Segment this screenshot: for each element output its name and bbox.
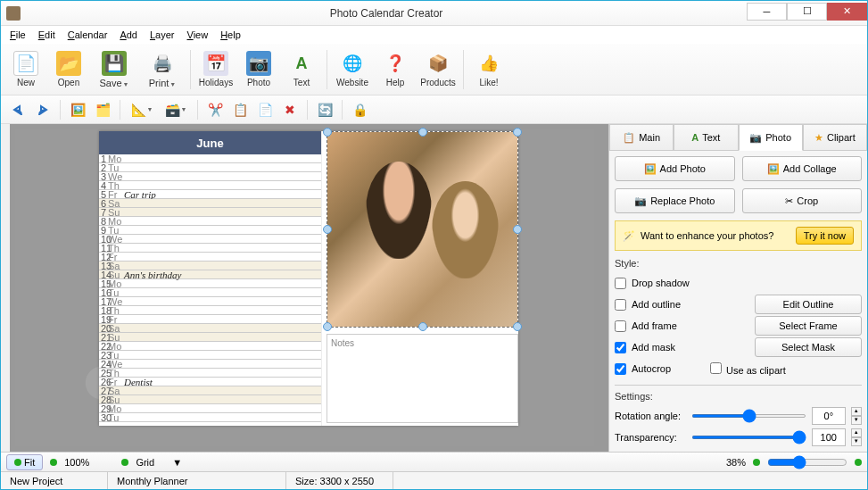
like-button[interactable]: 👍Like! [469, 46, 508, 93]
navigator-strip[interactable] [1, 124, 10, 452]
redo-icon [36, 103, 50, 117]
calendar-row: 27Sa [99, 386, 321, 395]
calendar-row: 2Tu [99, 163, 321, 172]
refresh-button[interactable]: 🔄 [313, 98, 336, 121]
rotation-slider[interactable] [691, 414, 806, 418]
add-layer-button[interactable]: 🗂️ [91, 98, 114, 121]
holidays-button[interactable]: 📅Holidays [196, 46, 236, 93]
try-it-button[interactable]: Try it now [796, 227, 854, 245]
calendar-row: 8Mo [99, 217, 321, 226]
menu-calendar[interactable]: Calendar [62, 28, 113, 42]
calendar-row: 14SuAnn's birthday [99, 270, 321, 279]
use-as-clipart-checkbox[interactable] [710, 362, 722, 374]
new-button[interactable]: 📄New [6, 46, 45, 93]
style-label: Style: [615, 258, 862, 269]
resize-handle-bl[interactable] [323, 322, 332, 331]
select-frame-button[interactable]: Select Frame [755, 316, 862, 336]
zoom-out-button[interactable] [753, 459, 760, 466]
website-button[interactable]: 🌐Website [333, 46, 372, 93]
resize-handle-tr[interactable] [513, 128, 522, 137]
minimize-button[interactable]: ─ [747, 3, 787, 21]
menubar: File Edit Calendar Add Layer View Help [1, 26, 867, 44]
add-collage-button[interactable]: 🖼️Add Collage [742, 156, 863, 181]
edit-outline-button[interactable]: Edit Outline [755, 295, 862, 314]
menu-view[interactable]: View [182, 28, 214, 42]
menu-file[interactable]: File [4, 28, 31, 42]
calendar-row: 26FrDentist [99, 378, 321, 386]
align-dropdown[interactable]: 📐▼ [126, 98, 158, 121]
resize-handle-br[interactable] [513, 322, 522, 331]
menu-add[interactable]: Add [114, 28, 143, 42]
tab-photo[interactable]: 📷Photo [739, 124, 803, 151]
close-button[interactable]: ✕ [827, 3, 867, 21]
drop-shadow-checkbox[interactable] [615, 278, 626, 289]
zoom-in-button[interactable] [855, 459, 862, 466]
calendar-row: 7Su [99, 208, 321, 217]
calendar-row: 6Sa [99, 199, 321, 208]
grid-dropdown[interactable]: ▼ [172, 457, 182, 468]
save-button[interactable]: 💾Save▼ [92, 46, 136, 93]
print-button[interactable]: 🖨️Print▼ [140, 46, 185, 93]
resize-handle-bm[interactable] [418, 322, 427, 331]
fit-icon [14, 459, 21, 466]
photo-button[interactable]: 📷Photo [239, 46, 278, 93]
transparency-value[interactable]: 100 [812, 428, 846, 446]
tab-main[interactable]: 📋Main [609, 124, 674, 151]
calendar-row: 10We [99, 235, 321, 244]
cut-button[interactable]: ✂️ [203, 98, 227, 121]
maximize-button[interactable]: ☐ [787, 3, 827, 21]
undo-button[interactable] [6, 98, 29, 121]
crop-button[interactable]: ✂Crop [742, 188, 863, 213]
zoom-slider[interactable] [767, 455, 847, 469]
status-layout: Monthly Planner [108, 472, 286, 489]
add-frame-checkbox[interactable] [615, 320, 626, 332]
resize-handle-tm[interactable] [418, 128, 427, 137]
resize-handle-mr[interactable] [513, 225, 522, 234]
menu-layer[interactable]: Layer [145, 28, 180, 42]
help-button[interactable]: ❓Help [376, 46, 415, 93]
paste-button[interactable]: 📄 [253, 98, 277, 121]
copy-button[interactable]: 📋 [228, 98, 252, 121]
open-button[interactable]: 📂Open [49, 46, 88, 93]
fit-button[interactable]: Fit [6, 454, 43, 470]
transparency-spin-down[interactable]: ▼ [851, 437, 862, 446]
selected-photo[interactable] [327, 131, 518, 328]
replace-photo-button[interactable]: 📷Replace Photo [615, 188, 735, 213]
calendar-row: 29Mo [99, 404, 321, 413]
canvas[interactable]: June 1Mo2Tu3We4Th5FrCar trip6Sa7Su8Mo9Tu… [1, 124, 608, 452]
zoom-100-button[interactable]: 100% [64, 457, 89, 468]
calendar-row: 19Fr [99, 315, 321, 324]
rotation-value[interactable]: 0° [812, 407, 846, 425]
tab-clipart[interactable]: ★Clipart [803, 124, 867, 151]
transparency-slider[interactable] [691, 436, 806, 439]
redo-button[interactable] [31, 98, 54, 121]
resize-handle-tl[interactable] [323, 128, 332, 137]
calendar-row: 28Su [99, 395, 321, 404]
properties-panel: 📋Main AText 📷Photo ★Clipart 🖼️Add Photo … [608, 124, 867, 452]
autocrop-checkbox[interactable] [615, 363, 626, 375]
products-button[interactable]: 📦Products [418, 46, 458, 93]
transparency-spin-up[interactable]: ▲ [851, 428, 862, 437]
calendar-row: 23Tu [99, 351, 321, 360]
status-size: Size: 3300 x 2550 [286, 472, 393, 489]
delete-button[interactable]: ✖ [278, 98, 302, 121]
zoom-100-icon [50, 459, 57, 466]
menu-help[interactable]: Help [215, 28, 246, 42]
arrange-dropdown[interactable]: 🗃️▼ [160, 98, 192, 121]
add-outline-checkbox[interactable] [615, 299, 626, 311]
add-image-button[interactable]: 🖼️ [66, 98, 89, 121]
resize-handle-ml[interactable] [323, 225, 332, 234]
rotation-spin-down[interactable]: ▼ [851, 416, 862, 425]
menu-edit[interactable]: Edit [33, 28, 61, 42]
settings-label: Settings: [615, 391, 862, 402]
add-mask-checkbox[interactable] [615, 342, 626, 353]
text-button[interactable]: AText [282, 46, 321, 93]
status-bar: New Project Monthly Planner Size: 3300 x… [1, 471, 867, 489]
grid-button[interactable]: Grid [136, 457, 154, 468]
select-mask-button[interactable]: Select Mask [755, 337, 862, 357]
tab-text[interactable]: AText [674, 124, 738, 151]
rotation-spin-up[interactable]: ▲ [851, 407, 862, 416]
lock-button[interactable]: 🔒 [348, 98, 371, 121]
add-photo-button[interactable]: 🖼️Add Photo [615, 156, 735, 181]
text-icon: A [691, 132, 699, 143]
